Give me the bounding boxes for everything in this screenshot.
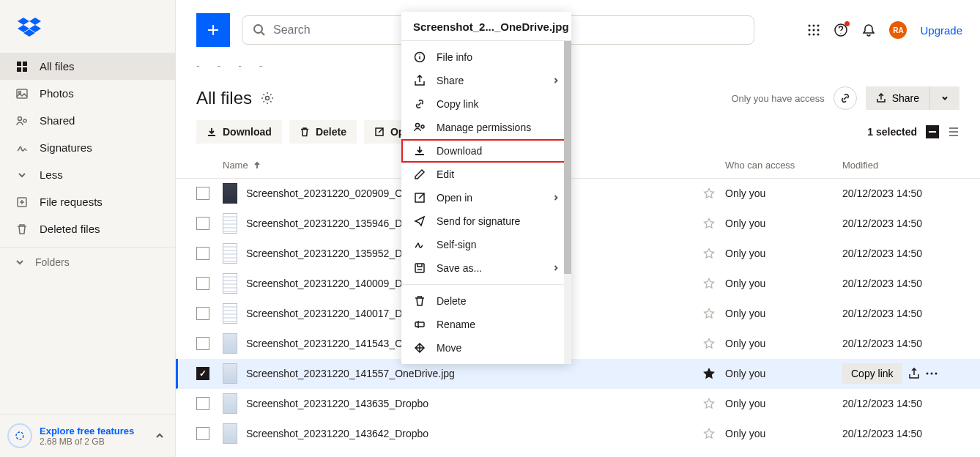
sidebar-item-deleted-files[interactable]: Deleted files bbox=[0, 215, 175, 242]
open-icon bbox=[413, 192, 426, 204]
file-thumbnail bbox=[223, 363, 237, 384]
context-menu-item-file-info[interactable]: File info bbox=[401, 45, 571, 69]
context-menu-item-label: Manage permissions bbox=[437, 122, 531, 133]
svg-point-10 bbox=[254, 25, 262, 33]
context-menu-item-label: Copy link bbox=[437, 98, 479, 110]
share-dropdown-button[interactable] bbox=[929, 86, 959, 110]
new-button[interactable] bbox=[196, 13, 230, 47]
row-checkbox[interactable] bbox=[196, 187, 209, 200]
file-name[interactable]: Screenshot_20231220_141557_OneDrive.jpg bbox=[246, 368, 703, 379]
star-icon[interactable] bbox=[703, 278, 725, 289]
svg-point-19 bbox=[817, 34, 820, 36]
modified-cell: 20/12/2023 14:50 bbox=[842, 428, 959, 439]
more-icon[interactable] bbox=[926, 372, 938, 375]
help-icon[interactable] bbox=[834, 23, 848, 37]
deselect-button[interactable] bbox=[926, 125, 939, 138]
context-menu-item-rename[interactable]: Rename bbox=[401, 313, 571, 336]
file-thumbnail bbox=[223, 303, 237, 324]
table-row[interactable]: Screenshot_20231220_141557_OneDrive.jpg … bbox=[176, 359, 980, 389]
star-icon[interactable] bbox=[703, 218, 725, 229]
share-button[interactable]: Share bbox=[866, 86, 929, 110]
sidebar-item-shared[interactable]: Shared bbox=[0, 107, 175, 134]
list-layout-icon[interactable] bbox=[948, 126, 959, 138]
star-icon[interactable] bbox=[703, 398, 725, 409]
sidebar-item-less[interactable]: Less bbox=[0, 161, 175, 188]
download-button[interactable]: Download bbox=[196, 120, 282, 144]
scrollbar[interactable] bbox=[564, 41, 571, 364]
row-checkbox[interactable] bbox=[196, 217, 209, 230]
context-menu-item-label: File info bbox=[437, 51, 472, 63]
row-checkbox[interactable] bbox=[196, 277, 209, 290]
star-icon[interactable] bbox=[703, 308, 725, 319]
context-menu-item-delete[interactable]: Delete bbox=[401, 289, 571, 313]
context-menu-item-self-sign[interactable]: Self-sign bbox=[401, 233, 571, 256]
row-checkbox[interactable] bbox=[196, 367, 209, 380]
modified-cell: 20/12/2023 14:50 bbox=[842, 278, 959, 289]
avatar[interactable]: RA bbox=[889, 21, 907, 39]
context-menu-item-share[interactable]: Share bbox=[401, 69, 571, 92]
context-menu-item-send-for-signature[interactable]: Send for signature bbox=[401, 209, 571, 233]
context-menu-item-label: Send for signature bbox=[437, 215, 520, 227]
context-menu-item-open-in[interactable]: Open in bbox=[401, 186, 571, 209]
row-checkbox[interactable] bbox=[196, 307, 209, 320]
context-menu-item-move[interactable]: Move bbox=[401, 336, 571, 360]
sidebar-section-folders[interactable]: Folders bbox=[0, 247, 175, 277]
column-access[interactable]: Who can access bbox=[725, 160, 842, 171]
share-icon[interactable] bbox=[908, 368, 920, 379]
modified-cell: 20/12/2023 14:50 bbox=[842, 338, 959, 349]
file-thumbnail bbox=[223, 393, 237, 414]
info-icon bbox=[413, 51, 426, 63]
table-row[interactable]: Screenshot_20231220_140017_Dropbo Only y… bbox=[176, 299, 980, 329]
chevron-up-icon[interactable] bbox=[152, 428, 168, 444]
table-row[interactable]: Screenshot_20231220_020909_OneDri Only y… bbox=[176, 179, 980, 209]
download-icon bbox=[413, 145, 426, 157]
star-icon[interactable] bbox=[703, 368, 725, 379]
context-menu-item-save-as-[interactable]: Save as... bbox=[401, 256, 571, 280]
row-checkbox[interactable] bbox=[196, 427, 209, 440]
title-bar: All files Only you have access Share bbox=[176, 79, 980, 120]
row-checkbox[interactable] bbox=[196, 337, 209, 350]
svg-point-30 bbox=[421, 125, 424, 128]
access-cell: Only you bbox=[725, 308, 842, 319]
copy-link-button[interactable]: Copy link bbox=[842, 363, 902, 384]
svg-point-11 bbox=[809, 25, 811, 27]
link-button[interactable] bbox=[834, 86, 857, 110]
selected-count: 1 selected bbox=[867, 126, 917, 138]
file-name[interactable]: Screenshot_20231220_143642_Dropbo bbox=[246, 428, 703, 439]
notifications-icon[interactable] bbox=[861, 23, 876, 37]
table-row[interactable]: Screenshot_20231220_135952_Dropbo Only y… bbox=[176, 239, 980, 269]
context-menu-item-download[interactable]: Download bbox=[401, 139, 571, 163]
trash-icon bbox=[413, 295, 426, 307]
star-icon[interactable] bbox=[703, 428, 725, 439]
svg-rect-1 bbox=[23, 62, 27, 66]
file-list: Screenshot_20231220_020909_OneDri Only y… bbox=[176, 179, 980, 449]
row-checkbox[interactable] bbox=[196, 397, 209, 410]
star-icon[interactable] bbox=[703, 187, 725, 199]
file-name[interactable]: Screenshot_20231220_143635_Dropbo bbox=[246, 398, 703, 409]
column-modified[interactable]: Modified bbox=[842, 160, 959, 171]
delete-button[interactable]: Delete bbox=[289, 120, 357, 144]
context-menu-item-copy-link[interactable]: Copy link bbox=[401, 92, 571, 116]
dropbox-logo[interactable] bbox=[0, 0, 175, 53]
upgrade-link[interactable]: Upgrade bbox=[920, 24, 962, 37]
table-row[interactable]: Screenshot_20231220_143642_Dropbo Only y… bbox=[176, 419, 980, 449]
table-row[interactable]: Screenshot_20231220_143635_Dropbo Only y… bbox=[176, 389, 980, 419]
row-checkbox[interactable] bbox=[196, 247, 209, 260]
context-menu-item-edit[interactable]: Edit bbox=[401, 163, 571, 186]
apps-icon[interactable] bbox=[807, 23, 820, 37]
star-icon[interactable] bbox=[703, 338, 725, 349]
action-bar: Download Delete Open for signature 1 sel… bbox=[176, 120, 980, 154]
selfsign-icon bbox=[413, 239, 426, 250]
sidebar-promo[interactable]: Explore free features 2.68 MB of 2 GB bbox=[0, 414, 175, 457]
sidebar-item-all-files[interactable]: All files bbox=[0, 53, 175, 80]
gear-icon[interactable] bbox=[261, 92, 274, 105]
sidebar-item-file-requests[interactable]: File requests bbox=[0, 188, 175, 215]
sidebar-item-photos[interactable]: Photos bbox=[0, 80, 175, 107]
table-row[interactable]: Screenshot_20231220_141543_OneDri Only y… bbox=[176, 329, 980, 359]
table-row[interactable]: Screenshot_20231220_135946_Dropbo Only y… bbox=[176, 209, 980, 239]
star-icon[interactable] bbox=[703, 248, 725, 259]
table-row[interactable]: Screenshot_20231220_140009_Dropbo Only y… bbox=[176, 269, 980, 299]
sidebar-item-signatures[interactable]: Signatures bbox=[0, 134, 175, 161]
move-icon bbox=[413, 342, 426, 354]
context-menu-item-manage-permissions[interactable]: Manage permissions bbox=[401, 116, 571, 139]
